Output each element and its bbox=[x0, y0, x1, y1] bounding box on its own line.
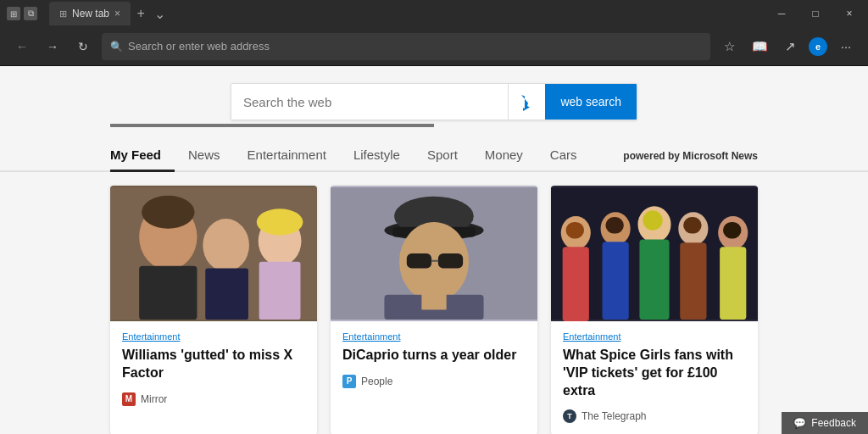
svg-rect-2 bbox=[139, 266, 197, 320]
refresh-button[interactable]: ↻ bbox=[71, 35, 95, 58]
svg-rect-24 bbox=[603, 242, 629, 320]
tab-cars[interactable]: Cars bbox=[537, 141, 591, 170]
tab-lifestyle[interactable]: Lifestyle bbox=[340, 141, 414, 170]
edge-logo: e bbox=[809, 37, 827, 56]
tab-manager-icon: ⧉ bbox=[24, 7, 37, 20]
tab-entertainment[interactable]: Entertainment bbox=[234, 141, 340, 170]
svg-rect-15 bbox=[438, 253, 463, 269]
feedback-label: Feedback bbox=[811, 417, 856, 429]
svg-rect-25 bbox=[605, 217, 623, 234]
tab-close-button[interactable]: × bbox=[114, 8, 120, 19]
svg-rect-21 bbox=[563, 247, 589, 321]
browser-chrome: ← → ↻ 🔍 Search or enter web address ☆ 📖 … bbox=[0, 27, 868, 66]
titlebar: ⊞ ⧉ ⊞ New tab × + ⌄ ─ □ × bbox=[0, 0, 868, 27]
maximize-button[interactable]: □ bbox=[804, 5, 827, 22]
cards-section: Entertainment Williams 'gutted' to miss … bbox=[0, 172, 868, 434]
svg-rect-31 bbox=[683, 217, 701, 234]
source-logo-2: P bbox=[342, 375, 356, 388]
window-icon: ⊞ bbox=[7, 7, 20, 20]
favorites-icon[interactable]: ☆ bbox=[717, 35, 741, 58]
nav-tabs: My Feed News Entertainment Lifestyle Spo… bbox=[0, 127, 868, 172]
search-input[interactable] bbox=[231, 84, 508, 120]
svg-rect-28 bbox=[643, 210, 662, 230]
search-icon: 🔍 bbox=[110, 41, 123, 53]
tab-label: New tab bbox=[72, 8, 109, 19]
card-category-2[interactable]: Entertainment bbox=[342, 331, 526, 342]
card-image-3 bbox=[551, 186, 758, 321]
nav-tabs-list: My Feed News Entertainment Lifestyle Spo… bbox=[110, 141, 591, 170]
svg-point-3 bbox=[142, 196, 194, 229]
svg-rect-27 bbox=[639, 239, 669, 320]
bing-logo bbox=[508, 84, 545, 120]
svg-point-8 bbox=[257, 209, 303, 235]
page-content: web search My Feed News Entertainment Li… bbox=[0, 66, 868, 434]
feedback-icon: 💬 bbox=[793, 417, 806, 429]
svg-rect-33 bbox=[720, 247, 746, 320]
tab-bar: ⊞ New tab × + ⌄ bbox=[49, 2, 765, 25]
card-source-1: M Mirror bbox=[122, 392, 305, 406]
more-options-button[interactable]: ··· bbox=[834, 35, 858, 58]
card-source-3: T The Telegraph bbox=[563, 409, 746, 423]
svg-rect-5 bbox=[205, 269, 248, 320]
search-bar-container: web search bbox=[231, 83, 637, 120]
active-tab[interactable]: ⊞ New tab × bbox=[49, 2, 131, 25]
share-icon[interactable]: ↗ bbox=[778, 35, 802, 58]
card-image-1 bbox=[110, 186, 317, 321]
back-button[interactable]: ← bbox=[10, 35, 34, 58]
news-card-2[interactable]: Entertainment DiCaprio turns a year olde… bbox=[331, 186, 537, 434]
svg-rect-30 bbox=[680, 242, 706, 320]
source-logo-1: M bbox=[122, 392, 136, 406]
svg-point-4 bbox=[203, 219, 249, 271]
card-body-3: Entertainment What Spice Girls fans with… bbox=[551, 321, 758, 434]
card-title-1: Williams 'gutted' to miss X Factor bbox=[122, 347, 305, 382]
close-window-button[interactable]: × bbox=[837, 5, 861, 22]
svg-rect-22 bbox=[566, 222, 584, 239]
toolbar-icons: ☆ 📖 ↗ e ··· bbox=[717, 35, 858, 58]
tab-my-feed[interactable]: My Feed bbox=[110, 141, 175, 170]
new-tab-button[interactable]: + bbox=[131, 3, 151, 24]
search-section: web search bbox=[0, 66, 868, 120]
card-category-1[interactable]: Entertainment bbox=[122, 331, 305, 342]
source-name-2: People bbox=[361, 376, 392, 387]
titlebar-controls: ⊞ ⧉ bbox=[7, 7, 37, 20]
source-name-3: The Telegraph bbox=[581, 410, 647, 422]
svg-rect-7 bbox=[259, 262, 301, 320]
card-source-2: P People bbox=[342, 375, 526, 388]
card-category-3[interactable]: Entertainment bbox=[563, 331, 746, 342]
powered-by: powered by Microsoft News bbox=[623, 150, 758, 170]
svg-rect-18 bbox=[421, 293, 446, 310]
read-mode-icon[interactable]: 📖 bbox=[748, 35, 771, 58]
card-image-2 bbox=[331, 186, 537, 321]
card-body-2: Entertainment DiCaprio turns a year olde… bbox=[331, 321, 537, 400]
titlebar-window-controls: ─ □ × bbox=[770, 5, 861, 22]
news-card-1[interactable]: Entertainment Williams 'gutted' to miss … bbox=[110, 186, 317, 434]
tab-money[interactable]: Money bbox=[471, 141, 537, 170]
tab-favicon: ⊞ bbox=[59, 8, 67, 19]
address-bar-text: Search or enter web address bbox=[128, 40, 702, 53]
web-search-button[interactable]: web search bbox=[545, 84, 637, 120]
address-bar[interactable]: 🔍 Search or enter web address bbox=[102, 33, 710, 60]
svg-rect-14 bbox=[407, 253, 431, 269]
source-name-1: Mirror bbox=[141, 393, 167, 405]
card-body-1: Entertainment Williams 'gutted' to miss … bbox=[110, 321, 317, 418]
svg-rect-34 bbox=[723, 222, 741, 239]
tab-news[interactable]: News bbox=[175, 141, 234, 170]
forward-button[interactable]: → bbox=[41, 35, 64, 58]
card-title-2: DiCaprio turns a year older bbox=[342, 347, 526, 364]
news-card-3[interactable]: Entertainment What Spice Girls fans with… bbox=[551, 186, 758, 434]
source-logo-3: T bbox=[563, 409, 576, 423]
tab-sport[interactable]: Sport bbox=[414, 141, 471, 170]
card-title-3: What Spice Girls fans with 'VIP tickets'… bbox=[563, 347, 746, 399]
feedback-button[interactable]: 💬 Feedback bbox=[782, 412, 868, 434]
minimize-button[interactable]: ─ bbox=[770, 5, 793, 22]
